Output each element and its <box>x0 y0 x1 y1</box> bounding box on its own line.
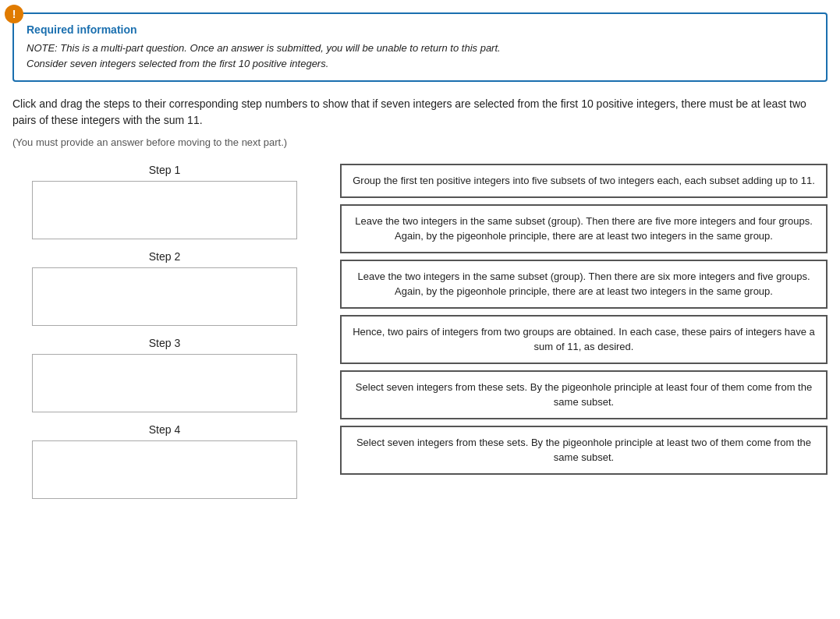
answer-card-2[interactable]: Leave the two integers in the same subse… <box>340 204 828 253</box>
step-3-item: Step 3 <box>12 337 317 412</box>
main-layout: Step 1 Step 2 Step 3 Step 4 Group the fi… <box>12 164 828 510</box>
step-1-label: Step 1 <box>149 164 180 176</box>
step-2-drop-zone[interactable] <box>32 267 297 326</box>
step-2-item: Step 2 <box>12 250 317 326</box>
answer-card-6[interactable]: Select seven integers from these sets. B… <box>340 426 828 475</box>
step-3-label: Step 3 <box>149 337 180 349</box>
step-4-label: Step 4 <box>149 423 180 436</box>
info-box-note: NOTE: This is a multi-part question. Onc… <box>27 41 813 71</box>
step-4-drop-zone[interactable] <box>32 440 297 499</box>
answer-card-1[interactable]: Group the first ten positive integers in… <box>340 164 828 198</box>
steps-column: Step 1 Step 2 Step 3 Step 4 <box>12 164 317 510</box>
info-box: ! Required information NOTE: This is a m… <box>12 12 828 82</box>
answer-card-4[interactable]: Hence, two pairs of integers from two gr… <box>340 315 828 364</box>
step-4-item: Step 4 <box>12 423 317 499</box>
step-1-item: Step 1 <box>12 164 317 239</box>
instruction-text: Click and drag the steps to their corres… <box>12 96 828 129</box>
warning-icon: ! <box>5 5 23 23</box>
sub-instruction-text: (You must provide an answer before movin… <box>12 136 828 148</box>
info-box-title: Required information <box>27 23 813 36</box>
step-2-label: Step 2 <box>149 250 180 263</box>
step-1-drop-zone[interactable] <box>32 181 297 239</box>
answer-card-5[interactable]: Select seven integers from these sets. B… <box>340 370 828 419</box>
step-3-drop-zone[interactable] <box>32 354 297 412</box>
cards-column: Group the first ten positive integers in… <box>340 164 828 510</box>
answer-card-3[interactable]: Leave the two integers in the same subse… <box>340 260 828 309</box>
